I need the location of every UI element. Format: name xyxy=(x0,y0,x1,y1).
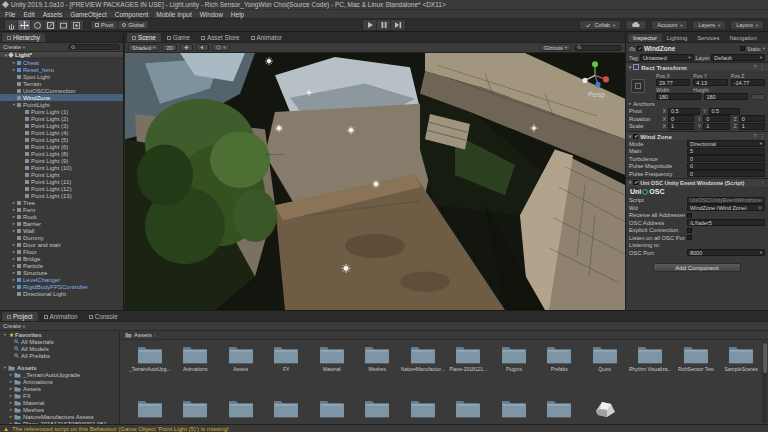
rotation-z-field[interactable]: 0 xyxy=(739,115,765,122)
help-icon[interactable]: ? xyxy=(753,133,756,139)
scene-viewport[interactable]: Persp xyxy=(125,53,625,310)
hierarchy-item[interactable]: Point Light (3) xyxy=(0,122,123,129)
inspector-tab[interactable]: Lighting xyxy=(662,34,692,42)
bottom-panel-tab[interactable]: Project xyxy=(2,312,38,321)
hierarchy-item[interactable]: ▸ Floor xyxy=(0,248,123,255)
project-tree-folder[interactable]: ▸ Meshes xyxy=(0,406,119,413)
scene-audio-button[interactable] xyxy=(196,44,209,51)
osc-address-field[interactable]: /L/fader5 xyxy=(687,219,765,226)
wind-pulse-magnitude-field[interactable]: 0 xyxy=(687,163,765,170)
hierarchy-item[interactable]: Point Light (4) xyxy=(0,129,123,136)
scene-lighting-button[interactable] xyxy=(180,44,193,51)
asset-folder[interactable] xyxy=(355,398,401,420)
asset-folder[interactable]: Prefabs xyxy=(537,344,583,372)
hierarchy-item[interactable]: Point Light (13) xyxy=(0,192,123,199)
hierarchy-item[interactable]: Point Light (12) xyxy=(0,185,123,192)
project-tree-folder[interactable]: ▸ _TerrainAutoUpgrade xyxy=(0,371,119,378)
scene-search-input[interactable] xyxy=(582,45,619,51)
asset-folder[interactable]: Plugins xyxy=(491,344,537,372)
wind-pulse-frequency-field[interactable]: 0 xyxy=(687,170,765,177)
wind-main-field[interactable]: 5 xyxy=(687,148,765,155)
asset-folder[interactable] xyxy=(173,398,219,420)
pivot-x-field[interactable]: 0.5 xyxy=(668,108,700,115)
asset-folder[interactable]: Plane-2018121... xyxy=(446,344,492,372)
layout-button[interactable]: Layout▾ xyxy=(730,20,764,30)
scale-x-field[interactable]: 1 xyxy=(668,123,694,130)
receive-all-addresses-checkbox[interactable] xyxy=(687,213,692,218)
move-tool-button[interactable] xyxy=(18,20,31,30)
menu-item[interactable]: Mobile Input xyxy=(156,11,191,18)
static-checkbox[interactable] xyxy=(740,46,745,51)
transform-tool-button[interactable] xyxy=(70,20,83,30)
menu-item[interactable]: File xyxy=(5,11,15,18)
asset-folder[interactable] xyxy=(537,398,583,420)
help-icon[interactable]: ? xyxy=(753,64,756,70)
hierarchy-item[interactable]: Dummy xyxy=(0,234,123,241)
tag-dropdown[interactable]: Untagged▾ xyxy=(640,54,694,61)
hierarchy-item[interactable]: ▸ Structure xyxy=(0,269,123,276)
asset-folder[interactable]: Animations xyxy=(173,344,219,372)
play-button[interactable] xyxy=(363,20,377,30)
asset-folder[interactable]: Quovi xyxy=(582,344,628,372)
asset-folder[interactable]: Meshes xyxy=(355,344,401,372)
menu-item[interactable]: Window xyxy=(200,11,223,18)
asset-folder[interactable]: Rhythm Visualiza... xyxy=(628,344,674,372)
project-create-button[interactable]: Create ▾ xyxy=(3,323,25,329)
hierarchy-create-button[interactable]: Create ▾ xyxy=(3,44,25,50)
favorites-root[interactable]: ▾ ★ Favorites xyxy=(0,331,119,338)
anchor-preset-button[interactable] xyxy=(631,79,645,93)
tab-hierarchy[interactable]: Hierarchy xyxy=(2,33,45,42)
layers-button[interactable]: Layers▾ xyxy=(692,20,726,30)
hierarchy-item[interactable]: Point Light (1) xyxy=(0,108,123,115)
hierarchy-item[interactable]: ▸ Door and stair xyxy=(0,241,123,248)
asset-folder[interactable]: SampleScenes xyxy=(719,344,765,372)
wind-mode-dropdown[interactable]: Directional▾ xyxy=(687,140,765,147)
2d-toggle-button[interactable]: 2D xyxy=(162,44,177,51)
assets-scrollbar[interactable] xyxy=(762,341,767,423)
gear-icon[interactable]: ⋮ xyxy=(760,133,766,139)
hierarchy-search-input[interactable] xyxy=(76,44,117,50)
hierarchy-item[interactable]: Point Light (11) xyxy=(0,178,123,185)
inspector-tab[interactable]: Services xyxy=(692,34,724,42)
osc-port-dropdown[interactable]: 8000▾ xyxy=(687,249,765,256)
hierarchy-item[interactable]: Point Light (8) xyxy=(0,150,123,157)
cloud-button[interactable] xyxy=(625,20,647,30)
favorites-item[interactable]: All Materials xyxy=(0,338,119,345)
chevron-down-icon[interactable]: ▾ xyxy=(763,46,765,51)
asset-folder[interactable]: NatureManufactur... xyxy=(400,344,446,372)
project-tree-folder[interactable]: ▸ NatureManufacture Assets xyxy=(0,413,119,420)
gear-icon[interactable]: ⋮ xyxy=(760,180,766,186)
listen-all-ports-checkbox[interactable] xyxy=(687,235,692,240)
asset-folder[interactable]: Assets xyxy=(218,344,264,372)
inspector-tab[interactable]: Navigation xyxy=(724,34,761,42)
bottom-panel-tab[interactable]: Animation xyxy=(39,312,83,321)
rotate-tool-button[interactable] xyxy=(31,20,44,30)
project-tree-folder[interactable]: ▸ Animations xyxy=(0,378,119,385)
asset-folder[interactable]: FX xyxy=(264,344,310,372)
hierarchy-item[interactable]: UniOSCConnection xyxy=(0,87,123,94)
asset-folder[interactable] xyxy=(491,398,537,420)
project-tree-folder[interactable]: ▸ Material xyxy=(0,399,119,406)
gear-icon[interactable]: ⋮ xyxy=(760,64,766,70)
width-field[interactable]: 180 xyxy=(656,93,701,100)
blueprint-mode-button[interactable] xyxy=(751,94,765,100)
hierarchy-item[interactable]: ▸ Reset_hero xyxy=(0,66,123,73)
component-enabled-checkbox[interactable] xyxy=(633,180,638,185)
project-tree-folder[interactable]: ▸ FX xyxy=(0,392,119,399)
pos-x-field[interactable]: 29.77 xyxy=(656,79,690,86)
asset-folder[interactable] xyxy=(446,398,492,420)
assets-root[interactable]: ▾ Assets xyxy=(0,364,119,371)
menu-item[interactable]: Component xyxy=(115,11,149,18)
pos-z-field[interactable]: -14.77 xyxy=(731,79,765,86)
scene-search[interactable] xyxy=(574,45,622,51)
hierarchy-item[interactable]: ▾ Light* xyxy=(0,52,123,59)
uniosc-script-header[interactable]: ▾ Uni OSC Unity Event Windzone (Script) … xyxy=(626,178,768,187)
scene-view-tab[interactable]: Game xyxy=(162,33,195,42)
active-checkbox[interactable] xyxy=(637,46,642,51)
pause-button[interactable] xyxy=(377,20,391,30)
menu-item[interactable]: GameObject xyxy=(70,11,107,18)
hierarchy-item[interactable]: ▸ Barrier xyxy=(0,220,123,227)
layer-dropdown[interactable]: Default▾ xyxy=(711,54,765,61)
inspector-tab[interactable]: Inspector xyxy=(628,34,662,42)
gizmos-dropdown[interactable]: Gizmos▾ xyxy=(540,44,571,51)
